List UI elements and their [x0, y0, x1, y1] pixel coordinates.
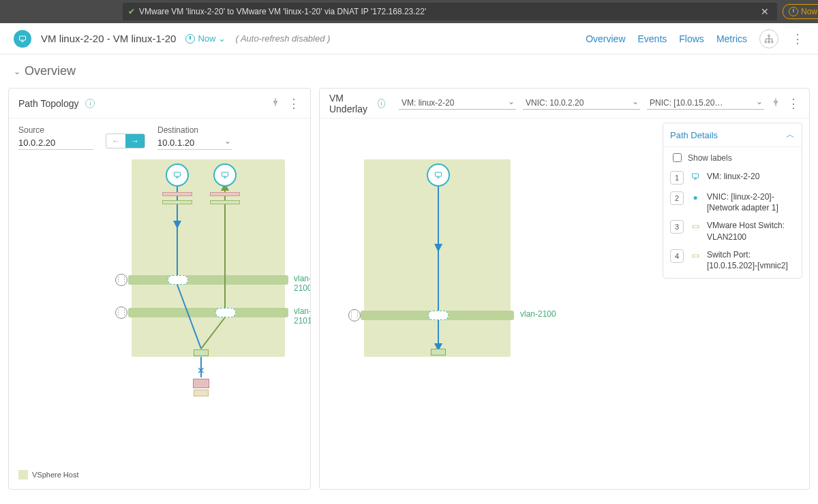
step-text: VMware Host Switch: VLAN2100 [707, 220, 795, 242]
vswitch-icon: ▭ [689, 220, 701, 231]
vm-icon [14, 30, 31, 48]
check-icon: ✔ [128, 7, 135, 16]
vlan-label-2100: vlan-2100 [294, 274, 310, 293]
vm-dropdown[interactable] [399, 97, 516, 110]
panels-row: Path Topology i ⋮ Source ← → Destination [0, 88, 818, 498]
page-title: VM linux-2-20 - VM linux-1-20 [41, 33, 176, 44]
vlan-bar-2101 [128, 308, 288, 317]
show-labels-toggle[interactable]: Show labels [670, 151, 795, 164]
svg-point-8 [771, 41, 773, 43]
clock-icon [789, 7, 798, 16]
step-text: VNIC: [linux-2-20]-[Network adapter 1] [707, 191, 795, 213]
chevron-down-icon: ⌄ [218, 33, 226, 44]
vm-node-source[interactable] [166, 163, 189, 187]
direction-right[interactable]: → [125, 134, 145, 148]
vswitch-pill[interactable] [428, 311, 449, 320]
section-overview-label: Overview [25, 64, 76, 78]
path-details-title: Path Details [670, 130, 718, 140]
pin-icon[interactable] [771, 97, 781, 109]
vnic-node[interactable] [162, 200, 192, 204]
step-text: VM: linux-2-20 [707, 171, 759, 182]
tab-flows[interactable]: Flows [679, 33, 704, 44]
global-search-field[interactable]: ✔ VMware VM 'linux-2-20' to VMware VM 'l… [123, 3, 777, 20]
switch-port-node[interactable] [431, 349, 446, 356]
vnic-dropdown[interactable] [523, 97, 640, 110]
info-icon[interactable]: i [85, 99, 95, 108]
path-topology-diagram[interactable]: vlan-2100 ⋮⋮ vlan-2101 ⋮⋮ [9, 153, 310, 489]
more-menu[interactable]: ⋮ [791, 35, 804, 42]
step-number: 2 [670, 191, 684, 205]
top-bar: ✔ VMware VM 'linux-2-20' to VMware VM 'l… [0, 0, 818, 23]
legend: VSphere Host [18, 470, 78, 479]
clear-search-icon[interactable]: ✕ [758, 6, 772, 17]
panel-header: VM Underlay i ⋮ [320, 89, 809, 119]
step-number: 1 [670, 171, 684, 185]
tab-events[interactable]: Events [638, 33, 667, 44]
vlan-bar-2100 [128, 275, 288, 285]
gateway-node[interactable] [194, 390, 209, 396]
switch-port-node[interactable] [194, 349, 209, 356]
path-detail-row[interactable]: 4 ▭ Switch Port: [10.0.15.202]-[vmnic2] [670, 249, 795, 271]
svg-point-5 [768, 35, 770, 37]
path-detail-row[interactable]: 1 VM: linux-2-20 [670, 171, 795, 185]
panel-title: VM Underlay [329, 93, 371, 114]
vnic-node[interactable] [210, 192, 240, 196]
source-input[interactable] [18, 136, 93, 150]
chevron-up-icon[interactable]: ︿ [786, 129, 795, 141]
show-labels-checkbox[interactable] [673, 153, 682, 162]
path-details-header[interactable]: Path Details ︿ [663, 123, 802, 147]
sub-header: VM linux-2-20 - VM linux-1-20 Now ⌄ ( Au… [0, 23, 818, 54]
info-icon[interactable]: i [378, 99, 385, 108]
sub-tabs: Overview Events Flows Metrics ⋮ [586, 29, 804, 48]
pnic-dropdown[interactable] [647, 97, 764, 110]
svg-rect-16 [175, 172, 181, 176]
path-detail-row[interactable]: 3 ▭ VMware Host Switch: VLAN2100 [670, 220, 795, 242]
tab-overview[interactable]: Overview [586, 33, 625, 44]
source-destination-row: Source ← → Destination [9, 119, 310, 153]
svg-rect-2 [20, 36, 26, 40]
vsphere-host-box [132, 159, 285, 357]
path-detail-row[interactable]: 2 ● VNIC: [linux-2-20]-[Network adapter … [670, 191, 795, 213]
panel-title: Path Topology [18, 98, 78, 109]
source-label: Source [18, 125, 93, 135]
cluster-icon[interactable]: ⋮⋮ [115, 306, 127, 319]
time-range-now[interactable]: Now ⌄ [783, 4, 818, 19]
direction-toggle[interactable]: ← → [106, 133, 145, 148]
panel-header: Path Topology i ⋮ [9, 89, 310, 119]
tab-metrics[interactable]: Metrics [716, 33, 747, 44]
vm-node-destination[interactable] [213, 163, 237, 187]
vsphere-host-box [364, 159, 511, 357]
section-overview-header[interactable]: ⌄ Overview [0, 54, 818, 88]
autorefresh-status: ( Auto-refresh disabled ) [235, 33, 330, 44]
svg-rect-19 [222, 172, 228, 176]
vlan-label-2101: vlan-2101 [294, 306, 310, 326]
destination-label: Destination [157, 125, 232, 135]
panel-more-menu[interactable]: ⋮ [287, 100, 301, 107]
cluster-icon[interactable]: ⋮⋮ [348, 309, 361, 321]
legend-label: VSphere Host [32, 471, 78, 479]
vm-node[interactable] [427, 163, 450, 187]
router-node[interactable] [193, 379, 209, 388]
pin-icon[interactable] [271, 97, 280, 109]
legend-swatch [18, 470, 28, 479]
svg-rect-25 [435, 172, 441, 176]
destination-input[interactable] [157, 136, 232, 150]
vlan-label: vlan-2100 [520, 309, 556, 319]
vswitch-pill[interactable] [215, 308, 236, 317]
panel-more-menu[interactable]: ⋮ [787, 100, 800, 107]
time-now-link[interactable]: Now ⌄ [185, 33, 226, 44]
topology-icon[interactable] [759, 29, 778, 48]
vm-underlay-panel: VM Underlay i ⋮ vlan-2100 ⋮⋮ [319, 88, 810, 490]
vnic-node[interactable] [162, 192, 192, 196]
vswitch-pill[interactable] [168, 275, 188, 285]
cluster-icon[interactable]: ⋮⋮ [115, 274, 127, 286]
step-number: 3 [670, 220, 684, 234]
svg-point-6 [765, 41, 767, 43]
vnic-icon: ● [689, 191, 701, 202]
search-text: VMware VM 'linux-2-20' to VMware VM 'lin… [139, 7, 426, 16]
step-number: 4 [670, 249, 684, 263]
vnic-node[interactable] [210, 200, 240, 204]
path-details-card: Path Details ︿ Show labels 1 VM: linux-2… [663, 123, 802, 279]
direction-left[interactable]: ← [106, 134, 125, 148]
close-icon[interactable]: ✕ [197, 365, 205, 376]
